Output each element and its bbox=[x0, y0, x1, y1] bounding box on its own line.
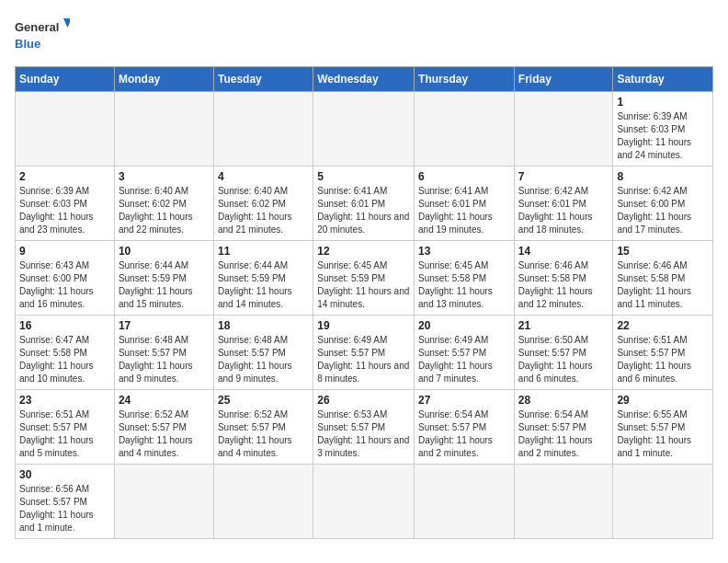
calendar-cell: 30Sunrise: 6:56 AM Sunset: 5:57 PM Dayli… bbox=[16, 465, 115, 539]
calendar-cell: 6Sunrise: 6:41 AM Sunset: 6:01 PM Daylig… bbox=[415, 167, 515, 241]
day-info: Sunrise: 6:53 AM Sunset: 5:57 PM Dayligh… bbox=[317, 408, 410, 460]
day-info: Sunrise: 6:40 AM Sunset: 6:02 PM Dayligh… bbox=[119, 185, 210, 236]
day-number: 17 bbox=[119, 319, 210, 332]
calendar-cell bbox=[114, 465, 213, 539]
calendar-cell: 21Sunrise: 6:50 AM Sunset: 5:57 PM Dayli… bbox=[514, 316, 613, 390]
logo: General Blue bbox=[15, 15, 70, 55]
calendar-cell bbox=[613, 465, 713, 539]
calendar-cell: 18Sunrise: 6:48 AM Sunset: 5:57 PM Dayli… bbox=[213, 316, 313, 390]
day-number: 26 bbox=[317, 394, 410, 407]
calendar-cell: 16Sunrise: 6:47 AM Sunset: 5:58 PM Dayli… bbox=[16, 316, 115, 390]
weekday-header: Friday bbox=[514, 67, 613, 92]
day-info: Sunrise: 6:50 AM Sunset: 5:57 PM Dayligh… bbox=[518, 334, 609, 385]
day-info: Sunrise: 6:39 AM Sunset: 6:03 PM Dayligh… bbox=[19, 185, 110, 236]
calendar-cell: 23Sunrise: 6:51 AM Sunset: 5:57 PM Dayli… bbox=[16, 390, 115, 465]
day-number: 9 bbox=[19, 245, 110, 258]
day-info: Sunrise: 6:52 AM Sunset: 5:57 PM Dayligh… bbox=[218, 408, 309, 460]
day-number: 29 bbox=[617, 394, 709, 407]
day-info: Sunrise: 6:48 AM Sunset: 5:57 PM Dayligh… bbox=[218, 334, 309, 385]
weekday-header: Sunday bbox=[16, 67, 115, 92]
calendar-cell: 10Sunrise: 6:44 AM Sunset: 5:59 PM Dayli… bbox=[114, 241, 213, 316]
day-number: 11 bbox=[218, 245, 309, 258]
svg-text:Blue: Blue bbox=[15, 37, 40, 51]
day-number: 13 bbox=[418, 245, 510, 258]
day-number: 1 bbox=[617, 96, 709, 109]
day-number: 15 bbox=[617, 245, 709, 258]
calendar-cell: 1Sunrise: 6:39 AM Sunset: 6:03 PM Daylig… bbox=[613, 92, 713, 167]
calendar-cell: 2Sunrise: 6:39 AM Sunset: 6:03 PM Daylig… bbox=[16, 167, 115, 241]
day-info: Sunrise: 6:39 AM Sunset: 6:03 PM Dayligh… bbox=[617, 110, 709, 162]
calendar-cell: 12Sunrise: 6:45 AM Sunset: 5:59 PM Dayli… bbox=[313, 241, 415, 316]
day-number: 21 bbox=[518, 319, 609, 332]
day-number: 4 bbox=[218, 170, 309, 183]
day-number: 25 bbox=[218, 394, 309, 407]
day-number: 10 bbox=[119, 245, 210, 258]
calendar-cell: 5Sunrise: 6:41 AM Sunset: 6:01 PM Daylig… bbox=[313, 167, 415, 241]
svg-marker-2 bbox=[63, 18, 70, 28]
day-info: Sunrise: 6:44 AM Sunset: 5:59 PM Dayligh… bbox=[119, 259, 210, 311]
calendar-cell bbox=[16, 92, 115, 167]
calendar-cell bbox=[415, 92, 515, 167]
calendar-cell bbox=[313, 465, 415, 539]
calendar-cell: 22Sunrise: 6:51 AM Sunset: 5:57 PM Dayli… bbox=[613, 316, 713, 390]
calendar-cell: 15Sunrise: 6:46 AM Sunset: 5:58 PM Dayli… bbox=[613, 241, 713, 316]
calendar-cell: 7Sunrise: 6:42 AM Sunset: 6:01 PM Daylig… bbox=[514, 167, 613, 241]
weekday-header: Wednesday bbox=[313, 67, 415, 92]
weekday-header: Saturday bbox=[613, 67, 713, 92]
day-info: Sunrise: 6:43 AM Sunset: 6:00 PM Dayligh… bbox=[19, 259, 110, 311]
calendar-cell bbox=[313, 92, 415, 167]
day-info: Sunrise: 6:55 AM Sunset: 5:57 PM Dayligh… bbox=[617, 408, 709, 460]
day-info: Sunrise: 6:45 AM Sunset: 5:58 PM Dayligh… bbox=[418, 259, 510, 311]
day-info: Sunrise: 6:51 AM Sunset: 5:57 PM Dayligh… bbox=[617, 334, 709, 385]
day-info: Sunrise: 6:54 AM Sunset: 5:57 PM Dayligh… bbox=[518, 408, 609, 460]
day-info: Sunrise: 6:47 AM Sunset: 5:58 PM Dayligh… bbox=[19, 334, 110, 385]
calendar-cell bbox=[213, 92, 313, 167]
calendar-cell: 3Sunrise: 6:40 AM Sunset: 6:02 PM Daylig… bbox=[114, 167, 213, 241]
day-info: Sunrise: 6:40 AM Sunset: 6:02 PM Dayligh… bbox=[218, 185, 309, 236]
day-number: 7 bbox=[518, 170, 609, 183]
day-number: 16 bbox=[19, 319, 110, 332]
day-info: Sunrise: 6:44 AM Sunset: 5:59 PM Dayligh… bbox=[218, 259, 309, 311]
calendar-cell bbox=[213, 465, 313, 539]
calendar-cell: 24Sunrise: 6:52 AM Sunset: 5:57 PM Dayli… bbox=[114, 390, 213, 465]
day-info: Sunrise: 6:48 AM Sunset: 5:57 PM Dayligh… bbox=[119, 334, 210, 385]
day-info: Sunrise: 6:52 AM Sunset: 5:57 PM Dayligh… bbox=[119, 408, 210, 460]
weekday-header: Tuesday bbox=[213, 67, 313, 92]
calendar-cell: 9Sunrise: 6:43 AM Sunset: 6:00 PM Daylig… bbox=[16, 241, 115, 316]
day-number: 24 bbox=[119, 394, 210, 407]
svg-text:General: General bbox=[15, 20, 59, 34]
day-number: 2 bbox=[19, 170, 110, 183]
day-number: 27 bbox=[418, 394, 510, 407]
calendar-cell: 27Sunrise: 6:54 AM Sunset: 5:57 PM Dayli… bbox=[415, 390, 515, 465]
day-number: 23 bbox=[19, 394, 110, 407]
day-number: 19 bbox=[317, 319, 410, 332]
calendar-cell: 17Sunrise: 6:48 AM Sunset: 5:57 PM Dayli… bbox=[114, 316, 213, 390]
day-number: 5 bbox=[317, 170, 410, 183]
day-number: 8 bbox=[617, 170, 709, 183]
day-number: 22 bbox=[617, 319, 709, 332]
day-info: Sunrise: 6:54 AM Sunset: 5:57 PM Dayligh… bbox=[418, 408, 510, 460]
day-info: Sunrise: 6:51 AM Sunset: 5:57 PM Dayligh… bbox=[19, 408, 110, 460]
day-number: 28 bbox=[518, 394, 609, 407]
calendar-cell bbox=[514, 465, 613, 539]
calendar-cell: 19Sunrise: 6:49 AM Sunset: 5:57 PM Dayli… bbox=[313, 316, 415, 390]
day-info: Sunrise: 6:41 AM Sunset: 6:01 PM Dayligh… bbox=[418, 185, 510, 236]
weekday-header: Thursday bbox=[415, 67, 515, 92]
day-number: 18 bbox=[218, 319, 309, 332]
calendar-cell: 26Sunrise: 6:53 AM Sunset: 5:57 PM Dayli… bbox=[313, 390, 415, 465]
day-info: Sunrise: 6:46 AM Sunset: 5:58 PM Dayligh… bbox=[518, 259, 609, 311]
day-number: 20 bbox=[418, 319, 510, 332]
day-info: Sunrise: 6:49 AM Sunset: 5:57 PM Dayligh… bbox=[418, 334, 510, 385]
calendar-cell: 14Sunrise: 6:46 AM Sunset: 5:58 PM Dayli… bbox=[514, 241, 613, 316]
day-info: Sunrise: 6:41 AM Sunset: 6:01 PM Dayligh… bbox=[317, 185, 410, 236]
calendar-cell bbox=[114, 92, 213, 167]
calendar-cell: 29Sunrise: 6:55 AM Sunset: 5:57 PM Dayli… bbox=[613, 390, 713, 465]
day-info: Sunrise: 6:49 AM Sunset: 5:57 PM Dayligh… bbox=[317, 334, 410, 385]
weekday-header: Monday bbox=[114, 67, 213, 92]
day-info: Sunrise: 6:56 AM Sunset: 5:57 PM Dayligh… bbox=[19, 483, 110, 534]
day-number: 30 bbox=[19, 468, 110, 481]
day-info: Sunrise: 6:46 AM Sunset: 5:58 PM Dayligh… bbox=[617, 259, 709, 311]
calendar-table: SundayMondayTuesdayWednesdayThursdayFrid… bbox=[15, 66, 713, 539]
page-header: General Blue bbox=[15, 15, 713, 55]
calendar-cell: 28Sunrise: 6:54 AM Sunset: 5:57 PM Dayli… bbox=[514, 390, 613, 465]
